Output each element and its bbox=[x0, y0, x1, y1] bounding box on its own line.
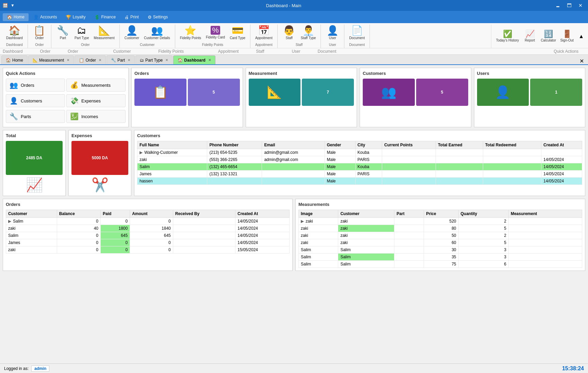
ribbon-calculator[interactable]: 🔢 Calculator bbox=[539, 29, 558, 44]
dashboard-icon: 🏠 bbox=[9, 26, 20, 35]
tab-order[interactable]: 📋 Order ✕ bbox=[75, 55, 106, 64]
tab-dashboard[interactable]: 🏠 Dashboard ✕ bbox=[173, 55, 215, 64]
qa-customers-label: Customers bbox=[21, 98, 42, 103]
qa-orders-btn[interactable]: 👥 Orders bbox=[6, 79, 65, 92]
logged-in-user: admin bbox=[31, 366, 49, 372]
table-row[interactable]: James (132) 132-1321 Male PARIS 14/05/20… bbox=[137, 171, 582, 178]
table-row[interactable]: ▶ Walking-Customer (213) 654-5235 admin@… bbox=[137, 149, 582, 156]
tab-bar-close-all[interactable]: ✕ bbox=[577, 58, 587, 64]
logged-in-label: Logged in as: bbox=[4, 366, 29, 371]
table-row[interactable]: zaki (553) 366-2265 admin@gmail.com Male… bbox=[137, 156, 582, 163]
quick-actions-grid: 👥 Orders 💰 Measurements 👤 Customers 💸 Ex… bbox=[6, 79, 126, 124]
tab-parttype-close[interactable]: ✕ bbox=[165, 58, 168, 62]
meas-col-quantity: Quantity bbox=[458, 210, 508, 218]
tab-part[interactable]: 🔧 Part ✕ bbox=[107, 55, 135, 64]
tab-dashboard-close[interactable]: ✕ bbox=[208, 58, 211, 62]
ribbon-staff[interactable]: 👨 Staff bbox=[280, 25, 298, 41]
tab-home[interactable]: 🏠 Home bbox=[1, 55, 28, 64]
ribbon-report[interactable]: 📈 Report bbox=[521, 29, 539, 44]
ribbon-document[interactable]: 📄 Document bbox=[347, 25, 367, 41]
table-row[interactable]: Salim 0 645 645 14/05/2024 bbox=[6, 232, 290, 239]
ribbon-order-label: Order bbox=[35, 36, 44, 40]
ribbon-customer[interactable]: 👤 Customer bbox=[122, 25, 141, 41]
qa-parts-btn[interactable]: 🔧 Parts bbox=[6, 110, 65, 123]
menu-accounts[interactable]: 👤 Accounts bbox=[29, 13, 61, 21]
ribbon-group-fidelity-label: Fidelity Points bbox=[202, 42, 223, 48]
table-row[interactable]: ▶ zaki zaki 520 2 bbox=[299, 218, 582, 225]
table-row[interactable]: hassen Male 14/05/2024 bbox=[137, 178, 582, 185]
user-icon: 👤 bbox=[327, 26, 339, 35]
tab-parttype[interactable]: 🗂 Part Type ✕ bbox=[135, 55, 173, 64]
menu-print[interactable]: 🖨 Print bbox=[120, 13, 143, 21]
ribbon-group-customer-label: Customer bbox=[140, 42, 154, 48]
ribbon-customerdetails[interactable]: 👥 Customer Details bbox=[142, 25, 172, 41]
ribbon-stafftype[interactable]: 👨‍💼 Staff Type bbox=[299, 25, 318, 41]
ribbon-part[interactable]: 🔧 Part bbox=[54, 25, 72, 41]
customerdetails-icon: 👥 bbox=[151, 26, 163, 35]
table-row[interactable]: zaki 0 0 0 15/05/2024 bbox=[6, 246, 290, 254]
col-totalearned: Total Earned bbox=[436, 141, 483, 149]
tab-home-icon: 🏠 bbox=[6, 58, 11, 63]
table-row[interactable]: Salim Salim 30 3 bbox=[299, 246, 582, 254]
table-row[interactable]: Salim (132) 465-6654 Male Kouba 14/05/20… bbox=[137, 163, 582, 171]
menu-settings[interactable]: ⚙ Settings bbox=[144, 13, 172, 21]
table-row[interactable]: Salim Salim 35 3 bbox=[299, 254, 582, 261]
tab-measurement[interactable]: 📐 Measurement ✕ bbox=[28, 55, 74, 64]
table-row[interactable]: ▶ Salim 0 0 0 14/05/2024 bbox=[6, 218, 290, 225]
ribbon-appoitment[interactable]: 📅 Appoitment bbox=[253, 25, 275, 41]
ribbon-cardtype[interactable]: 💳 Card Type bbox=[228, 25, 247, 41]
table-row[interactable]: zaki 40 1800 1840 14/05/2024 bbox=[6, 225, 290, 232]
measurement-summary-card: Measurement 📐 7 bbox=[246, 68, 357, 127]
cardtype-icon: 💳 bbox=[232, 26, 244, 35]
ribbon-appoitment-label: Appoitment bbox=[255, 36, 273, 40]
qa-incomes-btn[interactable]: 💹 Incomes bbox=[66, 110, 126, 123]
close-button[interactable]: ✕ bbox=[576, 2, 585, 9]
customers-count-card: 5 bbox=[416, 79, 468, 106]
total-title: Total bbox=[6, 133, 63, 138]
measurement-count-card: 7 bbox=[302, 79, 354, 106]
ribbon-fidelitypoints[interactable]: ⭐ Fidelity Points bbox=[178, 25, 203, 41]
ribbon-order[interactable]: 📋 Order bbox=[31, 25, 48, 41]
menu-home[interactable]: 🏠 Home bbox=[3, 13, 29, 21]
orders-table-panel: Orders Customer Balance Paid Amount Rece… bbox=[3, 199, 293, 271]
table-row[interactable]: zaki zaki 50 2 bbox=[299, 232, 582, 239]
ribbon-todayhistory[interactable]: ✅ Today's History bbox=[494, 29, 521, 44]
col-gender: Gender bbox=[325, 141, 355, 149]
meas-col-image: Image bbox=[299, 210, 338, 218]
ribbon-group-document-label: Document bbox=[349, 42, 365, 48]
tab-part-close[interactable]: ✕ bbox=[128, 58, 130, 62]
quick-actions-panel: Quick Actions 👥 Orders 💰 Measurements 👤 … bbox=[3, 68, 129, 127]
total-chart-icon: 📈 bbox=[6, 177, 63, 193]
ribbon-user[interactable]: 👤 User bbox=[324, 25, 341, 41]
table-row[interactable]: Salim Salim 75 6 bbox=[299, 261, 582, 268]
ribbon-fidelitycard[interactable]: % Fidelity Card bbox=[204, 25, 227, 41]
main-content: Quick Actions 👥 Orders 💰 Measurements 👤 … bbox=[0, 65, 588, 371]
ribbon-dashboard[interactable]: 🏠 Dashboard bbox=[4, 25, 25, 41]
customers-summary-title: Customers bbox=[363, 71, 468, 76]
expenses-panel: Expenses 5000 DA ✂️ bbox=[68, 130, 131, 196]
tab-order-close[interactable]: ✕ bbox=[99, 58, 101, 62]
table-row[interactable]: zaki zaki 80 5 bbox=[299, 225, 582, 232]
menu-finance[interactable]: 💲 Finance bbox=[90, 13, 120, 21]
measurement-icon-card: 📐 bbox=[249, 79, 301, 106]
users-icon-card: 👤 bbox=[477, 79, 529, 106]
table-row[interactable]: James 0 0 0 14/05/2024 bbox=[6, 239, 290, 246]
menu-loyalty[interactable]: 🏆 Loyalty bbox=[62, 13, 89, 21]
qa-customers-btn[interactable]: 👤 Customers bbox=[6, 94, 65, 107]
staff-icon: 👨 bbox=[283, 26, 295, 35]
tab-measurement-close[interactable]: ✕ bbox=[67, 58, 69, 62]
top-row: Quick Actions 👥 Orders 💰 Measurements 👤 … bbox=[3, 68, 585, 127]
table-row[interactable]: zaki zaki 60 5 bbox=[299, 239, 582, 246]
ribbon-collapse-button[interactable]: ▲ bbox=[576, 33, 587, 39]
qa-measurements-btn[interactable]: 💰 Measurements bbox=[66, 79, 126, 92]
quick-actions-toolbar: ✅ Today's History 📈 Report 🔢 Calculator … bbox=[491, 25, 587, 48]
ribbon-parttype[interactable]: 🗂 Part Type bbox=[72, 25, 91, 41]
qa-expenses-btn[interactable]: 💸 Expenses bbox=[66, 94, 126, 107]
ribbon-signout[interactable]: 🚪 Sign-Out bbox=[558, 29, 576, 44]
customers-icon-card: 👥 bbox=[363, 79, 415, 106]
middle-row: Total 2485 DA 📈 Expenses 5000 DA ✂️ Cust… bbox=[3, 130, 585, 196]
ribbon-measurement[interactable]: 📐 Measurement bbox=[92, 25, 117, 41]
minimize-button[interactable]: 🗕 bbox=[553, 2, 563, 9]
tab-bar: 🏠 Home 📐 Measurement ✕ 📋 Order ✕ 🔧 Part … bbox=[0, 55, 588, 65]
maximize-button[interactable]: 🗖 bbox=[564, 2, 574, 9]
